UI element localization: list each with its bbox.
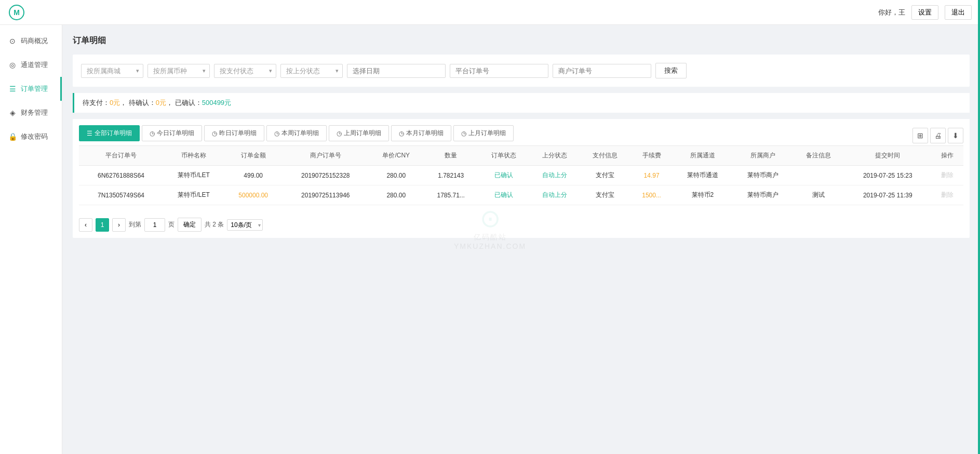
tabs-bar: ☰ 全部订单明细 ◷ 今日订单明细 ◷ 昨日订单明细 ◷ 本周订单明细 ◷: [73, 119, 970, 145]
sidebar-item-channel[interactable]: ◎ 通道管理: [0, 53, 62, 77]
print-button[interactable]: 🖨: [930, 128, 946, 143]
prev-page-button[interactable]: ‹: [79, 218, 92, 232]
settings-button[interactable]: 设置: [911, 5, 938, 20]
col-upload-status: 上分状态: [529, 146, 580, 166]
cell-remark: [793, 166, 844, 185]
payment-select[interactable]: 按支付状态: [214, 64, 276, 78]
cell-merchant-order: 20190725152328: [282, 166, 369, 185]
page-title: 订单明细: [73, 35, 970, 46]
goto-label: 到第: [129, 220, 141, 229]
goto-confirm-button[interactable]: 确定: [178, 218, 202, 232]
col-fee: 手续费: [630, 146, 672, 166]
tab-yesterday-icon: ◷: [212, 130, 217, 137]
tab-last-week-icon: ◷: [337, 130, 342, 137]
cell-upload-status: 自动上分: [529, 166, 580, 185]
col-channel: 所属通道: [673, 146, 733, 166]
order-icon: ☰: [8, 85, 17, 93]
sidebar-label-channel: 通道管理: [21, 60, 48, 70]
grid-view-button[interactable]: ⊞: [912, 128, 928, 143]
page-label: 页: [168, 220, 174, 229]
table-header-row: 平台订单号 币种名称 订单金额 商户订单号 单价/CNY 数量 订单状态 上分状…: [79, 146, 963, 166]
upload-select[interactable]: 按上分状态: [280, 64, 343, 78]
greeting-text: 你好，王: [878, 8, 905, 17]
cell-payment: 支付宝: [580, 185, 631, 205]
delete-button[interactable]: 删除: [941, 191, 954, 199]
pending-value: 0元: [110, 99, 120, 106]
current-page[interactable]: 1: [96, 218, 109, 232]
shop-select-wrapper: 按所属商城: [81, 64, 143, 78]
col-quantity: 数量: [423, 146, 478, 166]
tab-all[interactable]: ☰ 全部订单明细: [79, 125, 140, 141]
header: M 你好，王 设置 退出: [0, 0, 980, 25]
pending-label: 待支付：: [83, 99, 110, 106]
tab-this-week-icon: ◷: [274, 130, 279, 137]
sidebar-label-dashboard: 码商概况: [21, 36, 48, 46]
col-merchant-order: 商户订单号: [282, 146, 369, 166]
table-row: 7N13505749S64 莱特币/LET 500000.00 20190725…: [79, 185, 963, 205]
tab-last-week[interactable]: ◷ 上周订单明细: [329, 125, 389, 141]
logout-button[interactable]: 退出: [945, 5, 972, 20]
dashboard-icon: ⊙: [8, 37, 17, 45]
export-button[interactable]: ⬇: [948, 128, 963, 143]
currency-select-wrapper: 按所属币种: [147, 64, 210, 78]
cell-order-status: 已确认: [478, 166, 529, 185]
tab-this-month[interactable]: ◷ 本月订单明细: [391, 125, 451, 141]
goto-page-input[interactable]: [144, 218, 165, 232]
tab-today-label: 今日订单明细: [157, 129, 194, 138]
col-action: 操作: [932, 146, 963, 166]
tab-all-label: 全部订单明细: [95, 129, 132, 138]
sidebar-item-password[interactable]: 🔒 修改密码: [0, 125, 62, 149]
table-row: 6N62761888S64 莱特币/LET 499.00 20190725152…: [79, 166, 963, 185]
logo-icon: M: [8, 4, 25, 21]
platform-order-input[interactable]: [450, 64, 548, 78]
cell-action: 删除: [932, 185, 963, 205]
cell-quantity: 1.782143: [423, 166, 478, 185]
tab-last-month[interactable]: ◷ 上月订单明细: [453, 125, 514, 141]
finance-icon: ◈: [8, 109, 17, 117]
col-merchant: 所属商户: [733, 146, 793, 166]
sidebar-item-dashboard[interactable]: ⊙ 码商概况: [0, 29, 62, 53]
search-button[interactable]: 搜索: [655, 63, 687, 78]
confirming-value: 0元: [156, 99, 166, 106]
tab-last-month-icon: ◷: [461, 130, 466, 137]
cell-fee: 14.97: [630, 166, 672, 185]
tab-this-month-icon: ◷: [399, 130, 404, 137]
sidebar-item-order[interactable]: ☰ 订单管理: [0, 77, 62, 101]
summary-bar: 待支付：0元， 待确认：0元， 已确认：500499元: [73, 93, 970, 113]
tab-this-month-label: 本月订单明细: [406, 129, 444, 138]
upload-select-wrapper: 按上分状态: [280, 64, 343, 78]
cell-currency: 莱特币/LET: [163, 185, 224, 205]
tab-this-week[interactable]: ◷ 本周订单明细: [266, 125, 327, 141]
confirmed-value: 500499元: [202, 99, 231, 106]
tab-all-icon: ☰: [87, 130, 92, 137]
cell-amount: 499.00: [224, 166, 282, 185]
sidebar-item-finance[interactable]: ◈ 财务管理: [0, 101, 62, 125]
tab-today-icon: ◷: [150, 130, 155, 137]
col-payment: 支付信息: [580, 146, 631, 166]
svg-text:M: M: [14, 8, 20, 17]
payment-select-wrapper: 按支付状态: [214, 64, 276, 78]
tab-last-month-label: 上月订单明细: [468, 129, 506, 138]
cell-action: 删除: [932, 166, 963, 185]
cell-merchant-order: 20190725113946: [282, 185, 369, 205]
main-content: 订单明细 按所属商城 按所属币种 按支付状态 按上分状态: [62, 25, 980, 454]
delete-button[interactable]: 删除: [941, 171, 954, 180]
col-amount: 订单金额: [224, 146, 282, 166]
tab-this-week-label: 本周订单明细: [281, 129, 319, 138]
date-input[interactable]: [347, 64, 446, 78]
layout: ⊙ 码商概况 ◎ 通道管理 ☰ 订单管理 ◈ 财务管理 🔒 修改密码 订单明细 …: [0, 25, 980, 454]
next-page-button[interactable]: ›: [112, 218, 126, 232]
currency-select[interactable]: 按所属币种: [147, 64, 210, 78]
right-accent: [978, 0, 980, 454]
tab-today[interactable]: ◷ 今日订单明细: [142, 125, 202, 141]
per-page-wrapper: 10条/页: [227, 219, 263, 231]
merchant-order-input[interactable]: [553, 64, 651, 78]
shop-select[interactable]: 按所属商城: [81, 64, 143, 78]
col-order-status: 订单状态: [478, 146, 529, 166]
per-page-select[interactable]: 10条/页: [227, 219, 263, 231]
col-unit-price: 单价/CNY: [369, 146, 423, 166]
cell-upload-status: 自动上分: [529, 185, 580, 205]
tab-yesterday[interactable]: ◷ 昨日订单明细: [204, 125, 264, 141]
cell-platform-order: 6N62761888S64: [79, 166, 163, 185]
cell-order-status: 已确认: [478, 185, 529, 205]
